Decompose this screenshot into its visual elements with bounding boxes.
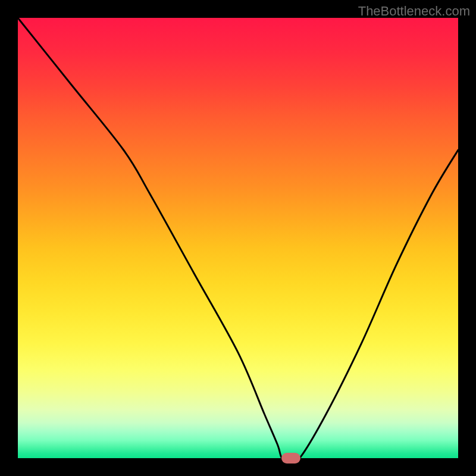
line-chart xyxy=(18,18,458,458)
bottleneck-curve xyxy=(18,18,458,458)
chart-frame: TheBottleneck.com xyxy=(0,0,476,476)
attribution-label: TheBottleneck.com xyxy=(358,4,470,19)
optimal-marker xyxy=(281,453,300,464)
